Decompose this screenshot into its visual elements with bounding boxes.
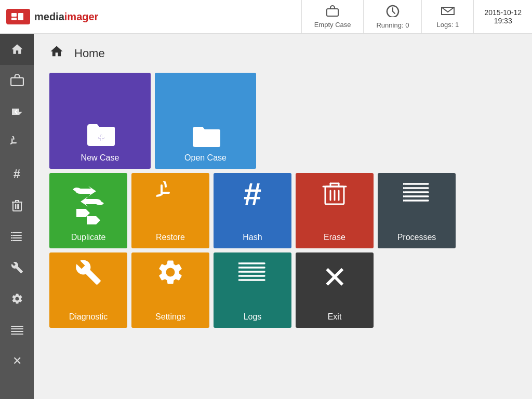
running-icon [386,5,400,20]
sidebar-item-logs[interactable] [0,314,34,345]
sidebar: # [0,34,34,399]
svg-text:+: + [98,131,104,144]
tile-grid: + + New Case Open Case [49,73,516,328]
new-case-label: New Case [81,153,119,163]
hash-label: Hash [243,233,262,242]
erase-label: Erase [324,233,345,242]
diagnostic-label: Diagnostic [69,312,108,322]
main-content: Home + + New Case [34,34,532,399]
processes-label: Processes [397,233,436,242]
sidebar-item-home[interactable] [0,34,34,65]
logs-tile[interactable]: Logs [214,252,291,328]
datetime-display: 2015-10-12 19:33 [474,0,532,34]
tile-row-1: + + New Case Open Case [49,73,516,169]
date-label: 2015-10-12 [484,8,522,17]
restore-tile[interactable]: Restore [131,173,209,248]
sidebar-item-case[interactable] [0,65,34,96]
exit-label: Exit [328,312,342,322]
logo-wordmark: mediaimager [34,11,98,23]
open-case-label: Open Case [184,153,227,163]
header: mediaimager Empty Case Running: 0 [0,0,532,34]
diagnostic-tile[interactable]: Diagnostic [49,252,127,328]
empty-case-nav[interactable]: Empty Case [302,0,364,34]
home-breadcrumb-icon [49,44,64,62]
tile-row-3: Diagnostic Settings [49,252,516,328]
svg-rect-2 [11,18,17,20]
sidebar-item-processes[interactable] [0,221,34,252]
header-nav: Empty Case Running: 0 Logs: 1 [301,0,532,34]
logs-tile-label: Logs [244,312,262,322]
settings-label: Settings [155,312,185,322]
open-case-tile[interactable]: Open Case [155,73,256,169]
duplicate-tile[interactable]: Duplicate [49,173,127,248]
briefcase-icon [326,5,339,20]
breadcrumb: Home [49,44,516,62]
erase-tile[interactable]: Erase [296,173,374,248]
running-nav[interactable]: Running: 0 [364,0,422,34]
logs-label: Logs: 1 [437,21,459,29]
new-case-tile[interactable]: + + New Case [49,73,151,169]
sidebar-item-hash[interactable]: # [0,158,34,190]
svg-rect-4 [327,9,338,16]
sidebar-item-tools[interactable] [0,252,34,283]
logs-icon [441,5,455,20]
sidebar-item-exit[interactable]: ✕ [0,345,34,377]
sidebar-item-settings[interactable] [0,283,34,314]
empty-case-label: Empty Case [314,21,351,29]
duplicate-label: Duplicate [71,233,106,242]
hash-tile[interactable]: # Hash [214,173,291,248]
sidebar-item-erase[interactable] [0,190,34,221]
sidebar-item-duplicate[interactable] [0,96,34,127]
logo-area: mediaimager [0,9,98,24]
settings-tile[interactable]: Settings [131,252,209,328]
svg-rect-1 [11,13,17,17]
page-title: Home [74,47,105,60]
processes-tile[interactable]: Processes [378,173,456,248]
svg-rect-3 [18,13,23,20]
app-body: # [0,34,532,399]
sidebar-item-restore[interactable] [0,127,34,158]
running-label: Running: 0 [376,21,409,29]
logs-nav[interactable]: Logs: 1 [422,0,474,34]
svg-rect-5 [11,78,23,86]
tile-row-2: Duplicate Restore # Hash [49,173,516,248]
restore-label: Restore [156,233,185,242]
logo-icon [6,9,30,24]
time-label: 19:33 [494,17,512,25]
exit-tile[interactable]: ✕ Exit [296,252,374,328]
